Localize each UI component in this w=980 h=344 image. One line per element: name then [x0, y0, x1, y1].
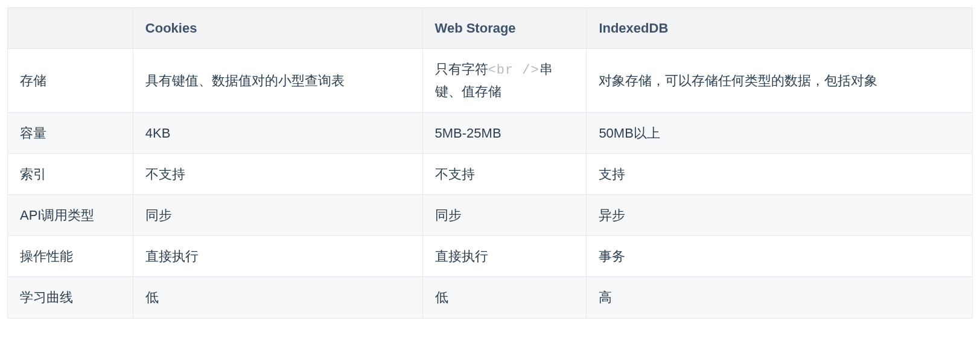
cell-cookies: 具有键值、数据值对的小型查询表	[133, 49, 422, 112]
cell-indexeddb: 支持	[587, 153, 973, 194]
table-row: 操作性能 直接执行 直接执行 事务	[8, 236, 973, 277]
table-row: 存储 具有键值、数据值对的小型查询表 只有字符<br />串键、值存储 对象存储…	[8, 49, 973, 112]
cell-indexeddb: 事务	[587, 236, 973, 277]
table-header-row: Cookies Web Storage IndexedDB	[8, 8, 973, 49]
cell-web-storage: 低	[422, 277, 587, 318]
cell-text-pre: 只有字符	[435, 62, 488, 77]
cell-indexeddb: 50MB以上	[587, 112, 973, 153]
cell-web-storage: 5MB-25MB	[422, 112, 587, 153]
cell-cookies: 同步	[133, 194, 422, 235]
cell-indexeddb: 高	[587, 277, 973, 318]
header-cookies: Cookies	[133, 8, 422, 49]
header-web-storage: Web Storage	[422, 8, 587, 49]
row-label: 存储	[8, 49, 133, 112]
cell-indexeddb: 对象存储，可以存储任何类型的数据，包括对象	[587, 49, 973, 112]
row-label: 操作性能	[8, 236, 133, 277]
cell-cookies: 4KB	[133, 112, 422, 153]
cell-web-storage: 同步	[422, 194, 587, 235]
row-label: 容量	[8, 112, 133, 153]
cell-cookies: 直接执行	[133, 236, 422, 277]
code-fragment: <br />	[488, 63, 539, 78]
table-row: 容量 4KB 5MB-25MB 50MB以上	[8, 112, 973, 153]
header-indexeddb: IndexedDB	[587, 8, 973, 49]
header-blank	[8, 8, 133, 49]
comparison-table: Cookies Web Storage IndexedDB 存储 具有键值、数据…	[7, 7, 973, 319]
cell-web-storage: 直接执行	[422, 236, 587, 277]
table-row: 索引 不支持 不支持 支持	[8, 153, 973, 194]
row-label: API调用类型	[8, 194, 133, 235]
table-row: 学习曲线 低 低 高	[8, 277, 973, 318]
table-row: API调用类型 同步 同步 异步	[8, 194, 973, 235]
cell-indexeddb: 异步	[587, 194, 973, 235]
row-label: 学习曲线	[8, 277, 133, 318]
cell-cookies: 低	[133, 277, 422, 318]
cell-web-storage: 不支持	[422, 153, 587, 194]
cell-cookies: 不支持	[133, 153, 422, 194]
row-label: 索引	[8, 153, 133, 194]
cell-web-storage: 只有字符<br />串键、值存储	[422, 49, 587, 112]
